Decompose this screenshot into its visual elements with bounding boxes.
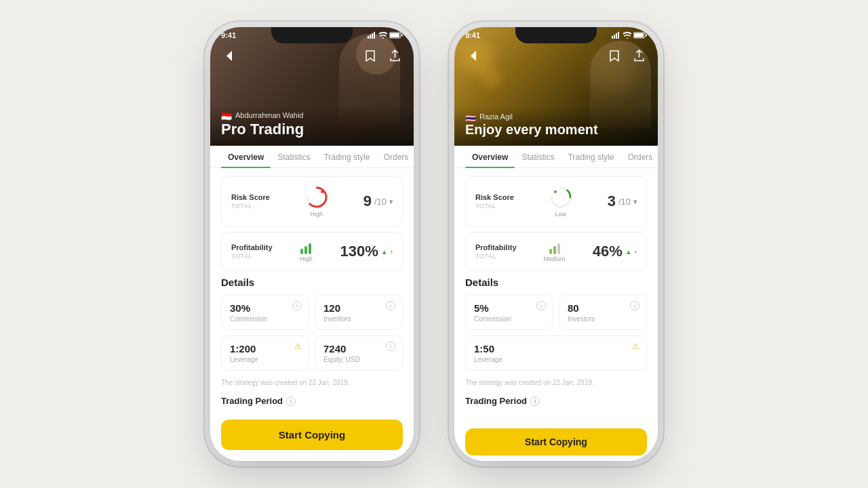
hero-title-2: Enjoy every moment xyxy=(465,122,647,138)
tab-statistics-1[interactable]: Statistics xyxy=(271,146,317,167)
phone-1-hero-overlay: 🇮🇩 Abdurrahman Wahid Pro Trading xyxy=(210,106,414,146)
tab-statistics-2[interactable]: Statistics xyxy=(515,146,561,167)
gauge-svg-2 xyxy=(549,185,573,209)
risk-score-unit-1: /10 xyxy=(374,197,387,207)
profitability-value-1: 130% ▲ › xyxy=(340,243,393,260)
start-copying-btn-1[interactable]: Start Copying xyxy=(221,420,403,450)
leverage-label-1: Leverage xyxy=(230,356,300,363)
profitability-sublabel-1: TOTAL xyxy=(231,253,273,260)
risk-score-sublabel-1: TOTAL xyxy=(231,203,270,209)
phone-1-notch xyxy=(271,27,353,43)
info-investors-1[interactable]: i xyxy=(386,301,395,310)
flag-1: 🇮🇩 xyxy=(221,111,232,119)
detail-investors-1: i 120 Investors xyxy=(315,295,403,330)
status-time-1: 9:41 xyxy=(221,31,236,39)
tab-overview-1[interactable]: Overview xyxy=(221,146,271,167)
phone-2-hero-overlay: 🇹🇭 Razia Agil Enjoy every moment xyxy=(454,107,658,146)
detail-investors-2: i 80 Investors xyxy=(559,295,647,330)
tab-orders-2[interactable]: Orders xyxy=(621,146,658,167)
phone-1-tabs: Overview Statistics Trading style Orders xyxy=(210,146,414,168)
investors-label-2: Investors xyxy=(568,315,638,323)
risk-score-left-2: Risk Score TOTAL xyxy=(475,193,514,209)
profitability-card-2: Profitability TOTAL Medium xyxy=(465,232,647,271)
flag-2: 🇹🇭 xyxy=(465,113,476,121)
tab-trading-style-2[interactable]: Trading style xyxy=(561,146,620,167)
details-section-2: Details i 5% Commission i 80 Investors xyxy=(454,277,658,376)
bookmark-button[interactable] xyxy=(361,46,380,65)
phone-2-frame: 9:41 🇹🇭 Razia Agil Enjoy every moment xyxy=(454,27,658,461)
details-grid-2: i 5% Commission i 80 Investors ⚠ 1:50 xyxy=(465,295,647,371)
share-button-2[interactable] xyxy=(629,46,648,65)
hero-nav-actions-2 xyxy=(605,46,648,65)
bar-1a xyxy=(300,249,303,254)
svg-rect-10 xyxy=(612,36,613,39)
bar-1c xyxy=(309,243,311,254)
svg-point-9 xyxy=(321,190,323,193)
warning-leverage-2: ⚠ xyxy=(632,342,639,351)
bar-2b xyxy=(553,246,556,254)
bar-1b xyxy=(304,246,307,254)
battery-icon-2 xyxy=(633,32,647,39)
bar-2c xyxy=(557,243,560,254)
trader-name-2: Razia Agil xyxy=(479,113,513,121)
start-copying-btn-2[interactable]: Start Copying xyxy=(465,428,647,455)
commission-value-1: 30% xyxy=(230,302,300,314)
risk-score-value-2: 3/10 ▾ xyxy=(608,192,637,210)
profitability-bars-1: High xyxy=(300,241,313,262)
info-commission-2[interactable]: i xyxy=(536,301,546,310)
info-commission-1[interactable]: i xyxy=(292,301,302,310)
risk-score-card-2: Risk Score TOTAL Low xyxy=(465,176,647,226)
profitability-value-2: 46% ▲ › xyxy=(593,243,637,260)
profitability-left-2: Profitability TOTAL xyxy=(475,243,517,260)
info-investors-2[interactable]: i xyxy=(630,301,639,310)
info-trading-period-2[interactable]: i xyxy=(530,396,540,406)
details-section-1: Details i 30% Commission i 120 Investors xyxy=(210,277,414,376)
leverage-label-2: Leverage xyxy=(474,356,638,363)
phones-container: 9:41 🇮🇩 Abdurrahman Wahid Pro Trading xyxy=(210,27,658,461)
phone-2-tabs: Overview Statistics Trading style Orders xyxy=(454,146,658,168)
detail-equity-1: i 7240 Equity, USD xyxy=(315,336,403,371)
bar-2a xyxy=(549,249,552,254)
info-equity-1[interactable]: i xyxy=(386,342,395,351)
profitability-label-2: Profitability xyxy=(475,243,517,251)
detail-commission-2: i 5% Commission xyxy=(465,295,553,330)
spacer-2 xyxy=(454,415,658,428)
risk-score-value-1: 9/10 ▾ xyxy=(363,192,393,210)
svg-rect-2 xyxy=(372,33,373,39)
profitability-sublabel-2: TOTAL xyxy=(475,253,517,260)
share-button[interactable] xyxy=(385,46,404,65)
trader-country-2: 🇹🇭 Razia Agil xyxy=(465,113,647,121)
status-icons-1 xyxy=(368,31,403,39)
bookmark-button-2[interactable] xyxy=(605,46,624,65)
phone-1-content: Overview Statistics Trading style Orders… xyxy=(210,146,414,461)
wifi-icon xyxy=(379,32,387,39)
trading-period-title-2: Trading Period i xyxy=(465,396,647,406)
trader-name-1: Abdurrahman Wahid xyxy=(235,111,303,119)
back-button[interactable] xyxy=(220,46,239,65)
gauge-label-1: High xyxy=(311,211,323,218)
tab-trading-style-1[interactable]: Trading style xyxy=(317,146,376,167)
leverage-value-1: 1:200 xyxy=(230,343,300,354)
svg-rect-6 xyxy=(401,35,403,37)
risk-gauge-1: High xyxy=(304,185,329,218)
phone-2-wrapper: 9:41 🇹🇭 Razia Agil Enjoy every moment xyxy=(454,27,658,461)
details-grid-1: i 30% Commission i 120 Investors ⚠ 1:200 xyxy=(221,295,403,371)
investors-value-1: 120 xyxy=(323,302,394,314)
svg-rect-16 xyxy=(646,35,647,37)
tab-orders-1[interactable]: Orders xyxy=(377,146,414,167)
trading-period-2: Trading Period i xyxy=(454,392,658,415)
wifi-icon-2 xyxy=(623,32,631,39)
leverage-value-2: 1:50 xyxy=(474,343,638,354)
warning-leverage-1: ⚠ xyxy=(294,342,302,351)
profitability-left-1: Profitability TOTAL xyxy=(231,243,273,260)
trader-country-1: 🇮🇩 Abdurrahman Wahid xyxy=(221,111,403,119)
signal-icon-2 xyxy=(612,32,621,39)
bar-label-1: High xyxy=(300,256,313,262)
info-trading-period-1[interactable]: i xyxy=(286,396,296,406)
trading-period-label-1: Trading Period xyxy=(221,396,283,406)
svg-rect-12 xyxy=(616,33,617,39)
phone-1-frame: 9:41 🇮🇩 Abdurrahman Wahid Pro Trading xyxy=(210,27,414,461)
tab-overview-2[interactable]: Overview xyxy=(465,146,515,167)
svg-rect-5 xyxy=(390,33,399,37)
back-button-2[interactable] xyxy=(464,46,483,65)
